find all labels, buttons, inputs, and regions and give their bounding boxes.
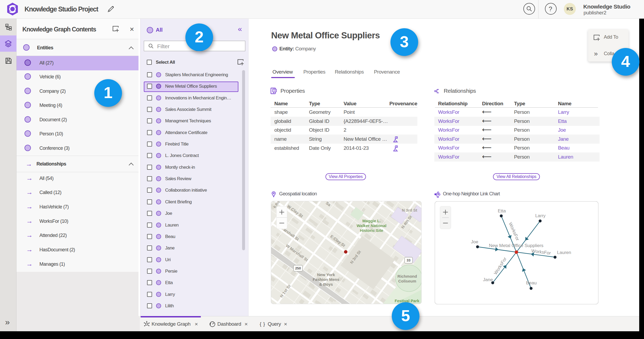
svg-text:Joe: Joe	[471, 239, 478, 244]
svg-text:Jane: Jane	[483, 277, 493, 282]
svg-text:Historic Site: Historic Site	[360, 228, 383, 233]
svg-text:Coliseum: Coliseum	[398, 279, 416, 283]
svg-text:33: 33	[407, 258, 410, 262]
svg-text:Walker National: Walker National	[357, 223, 386, 228]
svg-text:N 3rd St: N 3rd St	[402, 208, 417, 212]
svg-text:New York: New York	[317, 272, 335, 277]
svg-text:& Boys: & Boys	[319, 282, 333, 286]
svg-text:250: 250	[295, 266, 301, 270]
svg-text:Richmond: Richmond	[397, 274, 417, 279]
svg-text:Larry: Larry	[535, 213, 546, 218]
svg-text:Maggie L.: Maggie L.	[362, 219, 381, 223]
svg-text:Fashion Mens: Fashion Mens	[313, 277, 339, 282]
svg-text:Beau: Beau	[526, 280, 537, 285]
svg-text:Etta: Etta	[498, 208, 506, 213]
svg-text:New Metal Office Suppliers: New Metal Office Suppliers	[489, 243, 544, 248]
svg-text:Lauren: Lauren	[557, 250, 571, 255]
